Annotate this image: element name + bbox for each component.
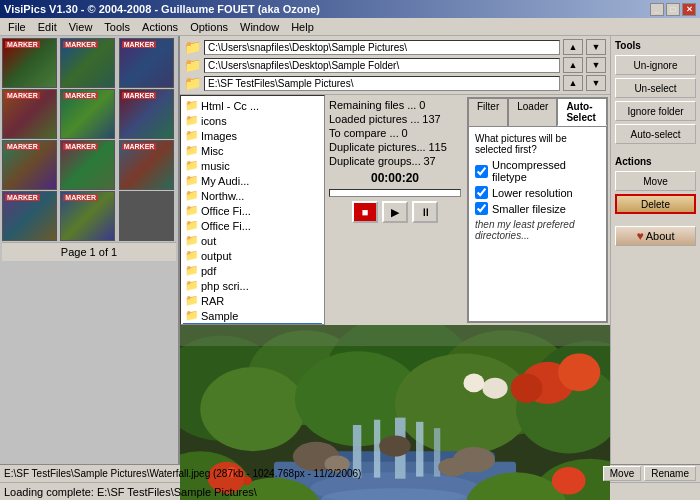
folder-item[interactable]: 📁output	[183, 248, 322, 263]
app-title: VisiPics V1.30 - © 2004-2008 - Guillaume…	[4, 3, 320, 15]
folder-item[interactable]: 📁Office Fi...	[183, 203, 322, 218]
remaining-value: 0	[419, 99, 425, 111]
folder-item[interactable]: 📁Misc	[183, 143, 322, 158]
status-rename-button[interactable]: Rename	[644, 466, 696, 481]
tab-filter[interactable]: Filter	[468, 98, 508, 126]
thumb-grid: MARKER MARKER MARKER MARKER MARKER MARKE…	[2, 38, 176, 241]
unignore-button[interactable]: Un-ignore	[615, 55, 696, 75]
tab-autoselect[interactable]: Auto-Select	[557, 98, 607, 126]
compare-label: To compare ...	[329, 127, 399, 139]
thumbnail-8[interactable]: MARKER	[60, 140, 115, 190]
close-button[interactable]: ✕	[682, 3, 696, 16]
checkbox-lower-res[interactable]	[475, 186, 488, 199]
duplicate-stat: Duplicate pictures... 115	[329, 141, 461, 153]
menu-edit[interactable]: Edit	[32, 20, 63, 34]
folder-item[interactable]: 📁pdf	[183, 263, 322, 278]
menu-file[interactable]: File	[2, 20, 32, 34]
thumbnail-6[interactable]: MARKER	[119, 89, 174, 139]
path-nav-up-2[interactable]: ▲	[563, 57, 583, 73]
menu-help[interactable]: Help	[285, 20, 320, 34]
path-nav-up-1[interactable]: ▲	[563, 39, 583, 55]
stop-button[interactable]: ■	[352, 201, 378, 223]
thumbnail-3[interactable]: MARKER	[119, 38, 174, 88]
folder-item[interactable]: 📁music	[183, 158, 322, 173]
folder-item[interactable]: 📁Northw...	[183, 188, 322, 203]
ignore-folder-button[interactable]: Ignore folder	[615, 101, 696, 121]
tabs-header: Filter Loader Auto-Select	[468, 98, 607, 126]
path-area: 📁 C:\Users\snapfiles\Desktop\Sample Pict…	[180, 36, 610, 95]
path-nav-down-2[interactable]: ▼	[586, 57, 606, 73]
thumbnail-12[interactable]	[119, 191, 174, 241]
checkbox-uncompressed[interactable]	[475, 165, 488, 178]
thumbnail-10[interactable]: MARKER	[2, 191, 57, 241]
folder-item[interactable]: 📁php scri...	[183, 278, 322, 293]
pause-icon: ⏸	[420, 206, 431, 218]
maximize-button[interactable]: □	[666, 3, 680, 16]
folder-item[interactable]: 📁RAR	[183, 293, 322, 308]
menu-window[interactable]: Window	[234, 20, 285, 34]
folder-area: 📁Html - Cc ... 📁icons 📁Images 📁Misc 📁mus…	[180, 95, 610, 325]
thumb-marker-1: MARKER	[5, 41, 40, 48]
folder-icon-3: 📁	[184, 75, 201, 91]
unselect-button[interactable]: Un-select	[615, 78, 696, 98]
about-button[interactable]: ♥ About	[615, 226, 696, 246]
path-text-2: C:\Users\snapfiles\Desktop\Sample Folder…	[204, 58, 560, 73]
folder-item[interactable]: 📁Sample	[183, 308, 322, 323]
thumbnail-1[interactable]: MARKER	[2, 38, 57, 88]
thumb-marker-8: MARKER	[63, 143, 98, 150]
status-move-button[interactable]: Move	[603, 466, 641, 481]
svg-point-8	[395, 353, 532, 454]
transport-controls: ■ ▶ ⏸	[329, 201, 461, 223]
loaded-label: Loaded pictures ...	[329, 113, 420, 125]
auto-select-button[interactable]: Auto-select	[615, 124, 696, 144]
duplicate-label: Duplicate pictures...	[329, 141, 426, 153]
thumbnail-11[interactable]: MARKER	[60, 191, 115, 241]
thumb-marker-9: MARKER	[122, 143, 157, 150]
path-nav-up-3[interactable]: ▲	[563, 75, 583, 91]
play-button[interactable]: ▶	[382, 201, 408, 223]
thumbnail-2[interactable]: MARKER	[60, 38, 115, 88]
checkbox-smaller-size[interactable]	[475, 202, 488, 215]
loaded-value: 137	[422, 113, 440, 125]
thumbnail-9[interactable]: MARKER	[119, 140, 174, 190]
folder-item[interactable]: 📁Html - Cc ...	[183, 98, 322, 113]
delete-button[interactable]: Delete	[615, 194, 696, 214]
path-nav-down-1[interactable]: ▼	[586, 39, 606, 55]
remaining-stat: Remaining files ... 0	[329, 99, 461, 111]
thumbnail-panel: MARKER MARKER MARKER MARKER MARKER MARKE…	[0, 36, 180, 464]
tab-loader[interactable]: Loader	[508, 98, 557, 126]
folder-item[interactable]: 📁Office Fi...	[183, 218, 322, 233]
menu-options[interactable]: Options	[184, 20, 234, 34]
play-icon: ▶	[391, 206, 399, 219]
menu-actions[interactable]: Actions	[136, 20, 184, 34]
path-nav-down-3[interactable]: ▼	[586, 75, 606, 91]
folder-item[interactable]: 📁icons	[183, 113, 322, 128]
folder-item[interactable]: 📁My Audi...	[183, 173, 322, 188]
then-label: then my least prefered directories...	[475, 219, 600, 241]
window-controls: _ □ ✕	[650, 3, 696, 16]
menu-view[interactable]: View	[63, 20, 99, 34]
thumbnail-4[interactable]: MARKER	[2, 89, 57, 139]
folder-item[interactable]: 📁Images	[183, 128, 322, 143]
groups-label: Duplicate groups...	[329, 155, 421, 167]
svg-rect-38	[180, 325, 610, 346]
stats-area: Remaining files ... 0 Loaded pictures ..…	[325, 95, 465, 325]
folder-icon-1: 📁	[184, 39, 201, 55]
label-uncompressed: Uncompressed filetype	[492, 159, 600, 183]
label-lower-res: Lower resolution	[492, 187, 573, 199]
thumbnail-5[interactable]: MARKER	[60, 89, 115, 139]
minimize-button[interactable]: _	[650, 3, 664, 16]
folder-list[interactable]: 📁Html - Cc ... 📁icons 📁Images 📁Misc 📁mus…	[180, 95, 325, 325]
option-uncompressed: Uncompressed filetype	[475, 159, 600, 183]
main-container: MARKER MARKER MARKER MARKER MARKER MARKE…	[0, 36, 700, 464]
menu-tools[interactable]: Tools	[98, 20, 136, 34]
tab-content-autoselect: What pictures will be selected first? Un…	[468, 126, 607, 322]
pause-button[interactable]: ⏸	[412, 201, 438, 223]
folder-item[interactable]: 📁out	[183, 233, 322, 248]
progress-bar	[329, 189, 461, 197]
compare-value: 0	[401, 127, 407, 139]
pagination-bar: Page 1 of 1	[2, 242, 176, 261]
thumbnail-7[interactable]: MARKER	[2, 140, 57, 190]
move-button[interactable]: Move	[615, 171, 696, 191]
pagination-text: Page 1 of 1	[61, 246, 117, 258]
